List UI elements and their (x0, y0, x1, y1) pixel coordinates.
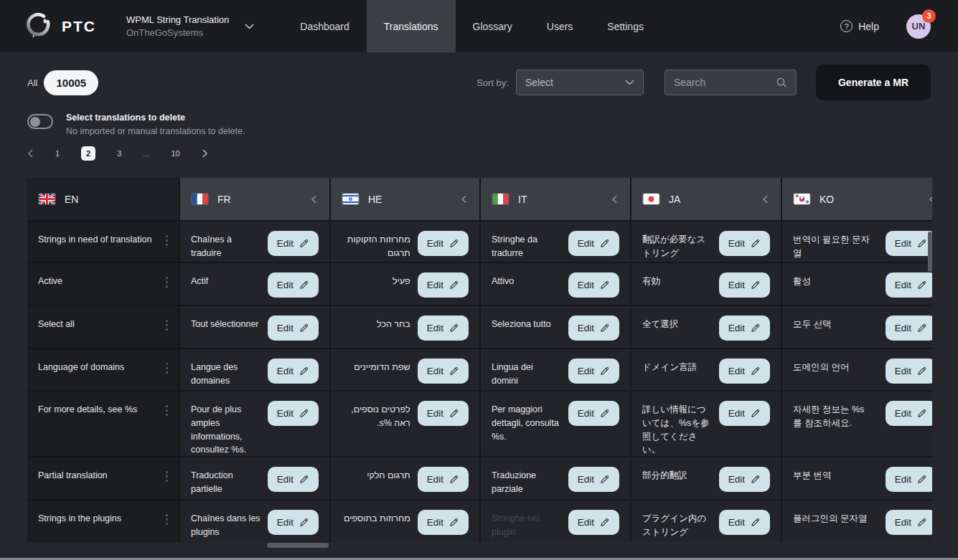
language-code: JA (669, 194, 680, 205)
translation-text: מחרוזות הזקוקות תרגום (342, 231, 410, 260)
project-subtitle: OnTheGoSystems (126, 27, 229, 38)
search-icon[interactable] (776, 77, 787, 88)
collapse-column-icon[interactable] (460, 195, 468, 204)
edit-button[interactable]: Edit (418, 272, 469, 298)
translation-text: Per maggiori dettagli, consulta %s. (492, 401, 561, 443)
source-string-cell: Language of domains (27, 349, 179, 390)
tab-dashboard[interactable]: Dashboard (283, 0, 367, 52)
source-string-cell: Active (27, 263, 179, 305)
translation-cell-ko: 도메인의 언어Edit (782, 349, 932, 390)
collapse-column-icon[interactable] (611, 195, 619, 204)
table-vertical-scrollbar[interactable] (928, 232, 932, 272)
edit-button[interactable]: Edit (568, 272, 619, 298)
tab-glossary[interactable]: Glossary (456, 0, 530, 52)
tab-users[interactable]: Users (530, 0, 591, 52)
help-button[interactable]: ? Help (840, 20, 879, 32)
edit-button[interactable]: Edit (719, 401, 770, 426)
edit-button[interactable]: Edit (719, 231, 770, 256)
edit-button[interactable]: Edit (886, 467, 932, 492)
edit-button[interactable]: Edit (886, 359, 932, 384)
page-3[interactable]: 3 (117, 149, 121, 158)
all-count-pill[interactable]: 10005 (44, 70, 98, 95)
edit-button[interactable]: Edit (418, 315, 469, 341)
edit-button[interactable]: Edit (268, 359, 319, 384)
edit-button[interactable]: Edit (719, 315, 770, 341)
edit-button[interactable]: Edit (268, 272, 319, 298)
edit-button[interactable]: Edit (418, 510, 469, 535)
edit-button[interactable]: Edit (268, 231, 319, 256)
edit-button[interactable]: Edit (719, 359, 770, 384)
translation-cell-it: Stringhe da tradurreEdit (481, 222, 630, 262)
edit-button[interactable]: Edit (886, 401, 932, 426)
project-title: WPML String Translation (126, 14, 229, 25)
source-string-text: Language of domains (38, 359, 124, 374)
translation-cell-ja: 有効Edit (631, 263, 781, 305)
edit-button[interactable]: Edit (719, 272, 770, 298)
edit-button[interactable]: Edit (568, 510, 619, 535)
edit-button[interactable]: Edit (886, 510, 932, 535)
translation-cell-fr: Chaînes à traduireEdit (180, 222, 329, 262)
search-input[interactable] (674, 77, 776, 88)
edit-button[interactable]: Edit (568, 315, 619, 341)
flag-kr-icon (794, 194, 810, 204)
delete-toggle-row: Select translations to delete No importe… (27, 113, 931, 136)
toolbar: All 10005 Sort by: Select Generate a MR (27, 65, 931, 100)
page-1[interactable]: 1 (55, 149, 60, 158)
main-nav: Dashboard Translations Glossary Users Se… (283, 0, 661, 52)
translation-text: שפת הדומיינים (342, 359, 410, 374)
edit-button[interactable]: Edit (418, 467, 469, 492)
page-10[interactable]: 10 (171, 149, 179, 158)
edit-button[interactable]: Edit (568, 401, 619, 426)
table-grid: ENFRHEITJAKOStrings in need of translati… (27, 178, 932, 542)
kebab-menu-icon[interactable] (166, 315, 168, 331)
translation-cell-ja: 翻訳が必要なストリングEdit (631, 222, 781, 262)
kebab-menu-icon[interactable] (166, 359, 168, 374)
ptc-logo-icon (26, 13, 52, 39)
delete-toggle-switch[interactable] (27, 114, 53, 129)
edit-button[interactable]: Edit (568, 467, 619, 492)
project-switcher[interactable]: WPML String Translation OnTheGoSystems (126, 0, 254, 52)
chevron-down-icon (625, 80, 634, 85)
edit-button[interactable]: Edit (719, 510, 770, 535)
edit-button[interactable]: Edit (418, 231, 469, 256)
edit-button[interactable]: Edit (268, 315, 319, 341)
language-code: EN (65, 194, 78, 205)
prev-page-icon[interactable] (27, 149, 34, 158)
brand-name: PTC (62, 18, 96, 35)
table-horizontal-scrollbar[interactable] (267, 543, 329, 548)
translation-text: Chaînes dans les plugins (191, 510, 260, 539)
edit-button[interactable]: Edit (268, 467, 319, 492)
edit-button[interactable]: Edit (568, 359, 619, 384)
edit-button[interactable]: Edit (886, 231, 932, 256)
edit-button[interactable]: Edit (886, 272, 932, 298)
collapse-column-icon[interactable] (761, 195, 769, 204)
edit-button[interactable]: Edit (268, 401, 319, 426)
translation-cell-it: Stringhe nei pluginEdit (481, 500, 630, 542)
sort-select[interactable]: Select (516, 70, 644, 95)
edit-button[interactable]: Edit (418, 359, 469, 384)
tab-settings[interactable]: Settings (590, 0, 661, 52)
edit-button[interactable]: Edit (418, 401, 469, 426)
kebab-menu-icon[interactable] (166, 401, 168, 416)
edit-button[interactable]: Edit (568, 231, 619, 256)
page-2-current[interactable]: 2 (81, 146, 95, 161)
kebab-menu-icon[interactable] (166, 231, 168, 246)
collapse-column-icon[interactable] (310, 195, 318, 204)
translation-text: Lingua dei domini (492, 359, 561, 388)
kebab-menu-icon[interactable] (166, 510, 168, 525)
next-page-icon[interactable] (202, 149, 208, 158)
source-string-cell: Strings in the plugins (27, 500, 179, 542)
flag-fr-icon (192, 194, 208, 204)
kebab-menu-icon[interactable] (166, 467, 168, 482)
edit-button[interactable]: Edit (268, 510, 319, 535)
translation-text: Stringhe nei plugin (492, 510, 561, 539)
generate-mr-button[interactable]: Generate a MR (816, 65, 931, 100)
edit-button[interactable]: Edit (886, 315, 932, 341)
translation-cell-ko: 모두 선택Edit (782, 306, 932, 348)
collapse-column-icon[interactable] (928, 195, 932, 204)
translation-text: 翻訳が必要なストリング (642, 231, 712, 260)
tab-translations[interactable]: Translations (367, 0, 456, 52)
kebab-menu-icon[interactable] (166, 272, 168, 288)
source-string-cell: Strings in need of translation (27, 222, 179, 262)
edit-button[interactable]: Edit (719, 467, 770, 492)
